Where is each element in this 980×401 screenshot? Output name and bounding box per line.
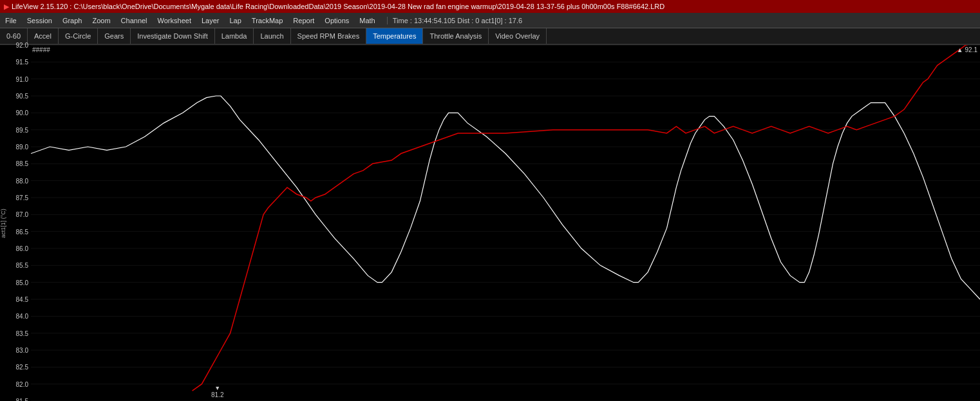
y-label-85.0: 85.0 bbox=[16, 279, 28, 286]
menu-layer[interactable]: Layer bbox=[196, 13, 225, 28]
app-name: LifeView 2.15.120 bbox=[12, 3, 68, 10]
y-label-90.5: 90.5 bbox=[16, 93, 28, 100]
menu-session[interactable]: Session bbox=[22, 13, 57, 28]
tab-gears[interactable]: Gears bbox=[98, 28, 131, 44]
y-label-92.0: 92.0 bbox=[16, 42, 28, 49]
y-label-87.5: 87.5 bbox=[16, 194, 28, 201]
peak-label: ▲ 92.1 bbox=[957, 46, 977, 53]
title-bar: ▶ LifeView 2.15.120 : C:\Users\black\One… bbox=[0, 0, 980, 13]
menu-worksheet[interactable]: Worksheet bbox=[153, 13, 196, 28]
y-label-91.5: 91.5 bbox=[16, 59, 28, 66]
chart-area: act1[1] (°C) 92.091.591.090.590.089.589.… bbox=[0, 45, 980, 401]
menu-trackmap[interactable]: TrackMap bbox=[247, 13, 288, 28]
y-label-88.0: 88.0 bbox=[16, 177, 28, 184]
tab-speed-rpm-brakes[interactable]: Speed RPM Brakes bbox=[291, 28, 367, 44]
y-label-91.0: 91.0 bbox=[16, 75, 28, 82]
tab-investigate-down-shift[interactable]: Investigate Down Shift bbox=[131, 28, 214, 44]
y-axis-title: act1[1] (°C) bbox=[0, 209, 6, 238]
tab-lambda[interactable]: Lambda bbox=[215, 28, 254, 44]
y-label-88.5: 88.5 bbox=[16, 160, 28, 167]
y-label-82.5: 82.5 bbox=[16, 364, 28, 371]
y-label-81.5: 81.5 bbox=[16, 398, 28, 402]
tab-g-circle[interactable]: G-Circle bbox=[59, 28, 98, 44]
menu-options[interactable]: Options bbox=[319, 13, 354, 28]
y-label-82.0: 82.0 bbox=[16, 380, 28, 387]
hash-label: ##### bbox=[32, 46, 50, 53]
title-separator: : bbox=[68, 3, 73, 10]
y-label-89.0: 89.0 bbox=[16, 144, 28, 151]
tab-temperatures[interactable]: Temperatures bbox=[366, 28, 423, 44]
chart-svg-container[interactable]: ##### ▲ 92.1 ▼ 81.2 .grid-line { stroke:… bbox=[31, 45, 980, 401]
tab-accel[interactable]: Accel bbox=[28, 28, 59, 44]
y-label-83.5: 83.5 bbox=[16, 330, 28, 337]
menu-math[interactable]: Math bbox=[354, 13, 380, 28]
menu-graph[interactable]: Graph bbox=[57, 13, 88, 28]
menu-bar: File Session Graph Zoom Channel Workshee… bbox=[0, 13, 980, 28]
menu-lap[interactable]: Lap bbox=[224, 13, 246, 28]
tab-throttle-analysis[interactable]: Throttle Analysis bbox=[423, 28, 489, 44]
app-icon: ▶ bbox=[4, 3, 9, 11]
y-label-86.0: 86.0 bbox=[16, 245, 28, 252]
menu-report[interactable]: Report bbox=[288, 13, 319, 28]
y-label-87.0: 87.0 bbox=[16, 211, 28, 218]
tabs-bar: 0-60 Accel G-Circle Gears Investigate Do… bbox=[0, 28, 980, 45]
file-path: C:\Users\black\OneDrive\Documents\Mygale… bbox=[73, 3, 664, 10]
y-label-84.0: 84.0 bbox=[16, 313, 28, 320]
y-label-86.5: 86.5 bbox=[16, 228, 28, 235]
status-info: Time : 13:44:54.105 Dist : 0 act1[0] : 1… bbox=[387, 17, 527, 24]
min-label: ▼ 81.2 bbox=[211, 385, 223, 398]
y-label-83.0: 83.0 bbox=[16, 347, 28, 354]
tab-launch[interactable]: Launch bbox=[254, 28, 290, 44]
red-data-line bbox=[193, 45, 980, 391]
chart-svg[interactable]: .grid-line { stroke: #222; stroke-width:… bbox=[31, 45, 980, 401]
y-axis: act1[1] (°C) 92.091.591.090.590.089.589.… bbox=[0, 45, 31, 401]
y-label-90.0: 90.0 bbox=[16, 109, 28, 117]
tab-video-overlay[interactable]: Video Overlay bbox=[489, 28, 547, 44]
menu-file[interactable]: File bbox=[0, 13, 22, 28]
y-label-85.5: 85.5 bbox=[16, 262, 28, 269]
y-label-89.5: 89.5 bbox=[16, 126, 28, 133]
menu-zoom[interactable]: Zoom bbox=[87, 13, 115, 28]
y-label-84.5: 84.5 bbox=[16, 296, 28, 303]
menu-channel[interactable]: Channel bbox=[116, 13, 153, 28]
